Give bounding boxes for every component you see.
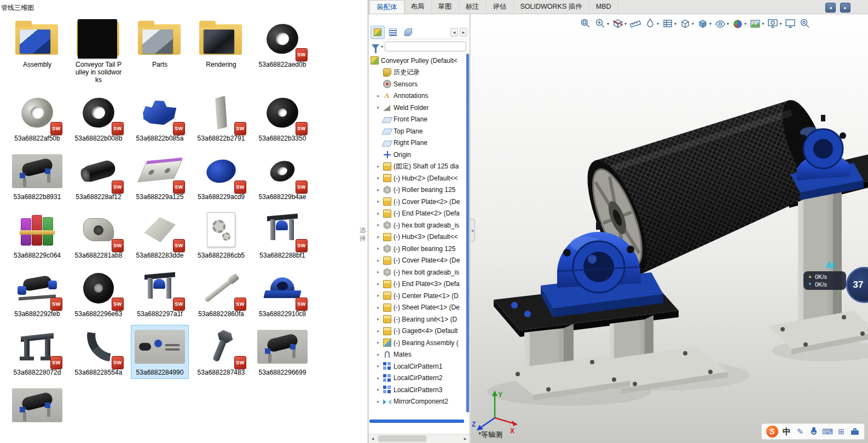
feature-tree-item[interactable]: Front Plane — [368, 114, 465, 126]
vertical-scrollbar[interactable] — [466, 54, 470, 412]
filter-funnel-icon[interactable] — [372, 44, 379, 49]
expand-arrow-icon[interactable]: ▸ — [377, 317, 383, 322]
feature-tree-item[interactable]: Conveyor Pulley (Default< — [368, 55, 465, 67]
panel-collapse-right-icon[interactable]: ▸ — [840, 3, 850, 13]
expand-arrow-icon[interactable]: ▸ — [377, 246, 383, 251]
file-item[interactable]: SW53a688229acd9 — [193, 150, 250, 203]
mic-icon[interactable] — [809, 427, 819, 436]
tab-scroll-left-icon[interactable]: ◂ — [450, 28, 458, 37]
ribbon-tab-1[interactable]: 装配体 — [369, 0, 404, 14]
expand-arrow-icon[interactable]: ▸ — [377, 199, 383, 204]
view-settings-icon[interactable]: ▾ — [766, 17, 782, 30]
dropdown-caret-icon[interactable]: ▾ — [744, 21, 747, 26]
file-item[interactable] — [9, 384, 66, 429]
ribbon-tab-3[interactable]: 草图 — [432, 0, 459, 14]
file-item[interactable]: SW53a68822b008b — [70, 91, 127, 144]
feature-tree-item[interactable]: ▸LocalCirPattern1 — [368, 360, 465, 372]
scroll-right-icon[interactable]: ▸ — [461, 436, 470, 441]
file-item[interactable]: SW53a68822910c8 — [254, 267, 311, 320]
feature-tree-item[interactable]: ▸LocalCirPattern3 — [368, 384, 465, 396]
expand-arrow-icon[interactable]: ▸ — [377, 223, 383, 228]
horizontal-scrollbar[interactable]: ◂ ▸ — [368, 434, 470, 443]
filter-caret-icon[interactable]: ▾ — [381, 44, 383, 49]
feature-tree-item[interactable]: 历史记录 — [368, 67, 465, 79]
sogou-logo-icon[interactable]: S — [766, 425, 778, 438]
expand-arrow-icon[interactable]: ▸ — [377, 340, 383, 345]
feature-tree-item[interactable]: Origin — [368, 149, 465, 161]
feature-tree-item[interactable]: ▸(-) Roller bearing 125 — [368, 184, 465, 196]
feature-tree-item[interactable]: ▸(-) Roller bearing 125 — [368, 243, 465, 255]
feature-tree-item[interactable]: ▸Annotations — [368, 90, 465, 102]
expand-arrow-icon[interactable]: ▸ — [377, 211, 383, 216]
input-method-bar[interactable]: S 中 ✎⌨⊞ — [761, 423, 865, 440]
feature-tree-item[interactable]: Right Plane — [368, 137, 465, 149]
feature-tree-item[interactable]: ▸(-) Cover Plate<4> (De — [368, 255, 465, 267]
ribbon-tab-7[interactable]: MBD — [589, 0, 618, 14]
expand-arrow-icon[interactable]: ▸ — [377, 105, 383, 110]
expand-arrow-icon[interactable]: ▸ — [377, 258, 383, 263]
file-item[interactable]: SW53a688228554a — [70, 325, 127, 378]
dropdown-caret-icon[interactable]: ▾ — [674, 21, 676, 26]
propertymanager-tab[interactable] — [386, 26, 400, 39]
scrollbar-thumb[interactable] — [466, 54, 469, 412]
display-style-icon[interactable]: ▾ — [696, 17, 712, 30]
featuremanager-tab[interactable] — [371, 26, 385, 39]
file-item[interactable]: SW53a688229a125 — [131, 150, 188, 203]
expand-arrow-icon[interactable]: ▸ — [377, 188, 383, 193]
dropdown-caret-icon[interactable]: ▾ — [657, 21, 659, 26]
viewport-3d[interactable]: Y X Z ▾▾▾▾▾▾▾▾▾▾ *等轴测 AI ▲ 0K/s — [471, 14, 868, 443]
dropdown-caret-icon[interactable]: ▾ — [762, 21, 764, 26]
feature-tree-item[interactable]: ▸(-) Bearing Assembly ( — [368, 337, 465, 349]
grid-icon[interactable]: ⊞ — [836, 427, 846, 436]
dropdown-caret-icon[interactable]: ▾ — [779, 21, 782, 26]
edit-appearance-icon[interactable]: ▾ — [731, 17, 747, 30]
file-item[interactable]: SW53a6882292feb — [9, 267, 66, 320]
file-item[interactable]: SW53a68822b085a — [131, 91, 188, 144]
measure-icon[interactable] — [629, 17, 642, 30]
file-item[interactable]: SW53a68822860fa — [193, 267, 250, 320]
expand-arrow-icon[interactable]: ▸ — [377, 364, 383, 369]
expand-arrow-icon[interactable]: ▸ — [377, 329, 383, 334]
file-item[interactable]: SW53a68822af50b — [9, 91, 66, 144]
file-item[interactable]: SW53a68822b3350 — [254, 91, 311, 144]
file-item[interactable]: Conveyor Tail Pulley in solidworks — [70, 18, 127, 86]
file-item[interactable]: SW53a6882281ab8 — [70, 208, 127, 261]
file-item[interactable]: SW53a68822aed0b — [254, 18, 311, 86]
hide-show-items-icon[interactable]: ▾ — [714, 17, 730, 30]
expand-arrow-icon[interactable]: ▸ — [377, 176, 383, 180]
feature-tree-item[interactable]: ▸(-) hex bolt gradeab_is — [368, 219, 465, 231]
apply-scene-icon[interactable]: ▾ — [749, 17, 765, 30]
keyboard-icon[interactable]: ⌨ — [823, 427, 832, 436]
feature-tree-item[interactable]: ▸(-) Sheet Plate<1> (De — [368, 302, 465, 314]
file-item[interactable]: 53a68822b8931 — [9, 150, 66, 203]
feature-tree-item[interactable]: ▸Weld Folder — [368, 102, 465, 114]
file-item[interactable]: 53a6882296699 — [254, 325, 311, 378]
feature-tree-item[interactable]: Sensors — [368, 78, 465, 90]
scrollbar-thumb[interactable] — [378, 435, 426, 442]
feature-tree-item[interactable]: ▸(固定) Shaft of 125 dia — [368, 161, 465, 173]
file-item[interactable]: SW53a6882296e63 — [70, 267, 127, 320]
section-view-icon[interactable]: ▾ — [611, 17, 627, 30]
tab-scroll-right-icon[interactable]: ▸ — [460, 28, 467, 37]
expand-arrow-icon[interactable]: ▸ — [377, 293, 383, 298]
file-item[interactable]: 53a688229c064 — [9, 208, 66, 261]
full-screen-icon[interactable] — [784, 17, 797, 30]
panel-collapse-left-icon[interactable]: ◂ — [825, 3, 836, 13]
feature-tree-item[interactable]: ▸(-) Hub<3> (Default<< — [368, 231, 465, 243]
feature-tree-item[interactable]: ▸MirrorComponent2 — [368, 396, 465, 408]
file-item[interactable]: 53a6882284990 — [131, 325, 188, 378]
feature-tree-item[interactable]: ▸(-) End Plate<2> (Defa — [368, 208, 465, 220]
expand-arrow-icon[interactable]: ▸ — [377, 282, 383, 287]
rollback-bar[interactable] — [369, 419, 464, 422]
expand-arrow-icon[interactable]: ▸ — [377, 94, 383, 98]
zoom-area-icon[interactable]: ▾ — [594, 17, 610, 30]
ribbon-tab-4[interactable]: 标注 — [459, 0, 487, 14]
configurationmanager-tab[interactable] — [401, 26, 415, 39]
file-item[interactable]: SW53a6882297a1f — [131, 267, 188, 320]
file-item[interactable]: SW53a688228072d — [9, 325, 66, 378]
feature-tree-item[interactable]: ▸(-) Center Plate<1> (D — [368, 290, 465, 302]
filter-input[interactable] — [385, 42, 466, 51]
ribbon-tab-6[interactable]: SOLIDWORKS 插件 — [514, 0, 589, 14]
file-item[interactable]: Assembly — [9, 18, 66, 86]
file-item[interactable]: Parts — [131, 18, 188, 86]
